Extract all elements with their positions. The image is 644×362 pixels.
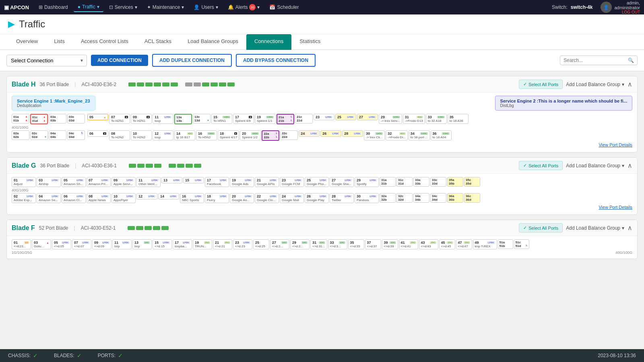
port-01[interactable]: 01a▲ 01b▲ [12,114,29,123]
port-20[interactable]: 20100G Spirent 1/2 [240,130,261,140]
f-port-21[interactable]: 2125G <>d:21 [213,239,232,249]
g-port-09[interactable]: 09LPBK Apple Servi... [111,177,136,187]
port-10[interactable]: 10 To H2N2 [131,130,152,140]
port-28[interactable]: 28LPBK [342,130,363,137]
g-port-32cd[interactable]: 32c 32d [396,193,413,203]
add-connection-button[interactable]: ADD CONNECTION [91,55,148,66]
port-22cd[interactable]: 22c 22d [280,130,298,140]
g-port-22[interactable]: 22LPBK Google Clo... [255,193,279,203]
g-port-14[interactable]: 14LPBK [158,193,179,200]
g-port-30[interactable]: 30LPBK Pandora [355,193,379,203]
g-port-19[interactable]: 19LPBK Google Ads [230,177,254,187]
port-03a[interactable]: 03a 03b [49,114,66,123]
g-port-26[interactable]: 26LPBK Google Play [305,193,329,203]
nav-alerts[interactable]: 🔔 Alerts 20 ▾ [224,2,264,12]
port-24[interactable]: 24LPBK [299,130,320,137]
port-31[interactable]: 3140G ->Frodo D13 [403,114,425,124]
nav-scheduler[interactable]: 📅 Scheduler [265,3,303,12]
blade-h-select-all[interactable]: ✓ Select All Ports [519,80,563,89]
g-port-36ab[interactable]: 36a 36b [447,193,463,203]
nav-maintenance[interactable]: ✦ Maintenance ▾ [143,3,188,12]
tab-connections[interactable]: Connections [246,34,291,50]
port-04cd[interactable]: 04cL 04d [67,130,85,140]
g-port-15[interactable]: 15LPBK [183,177,204,183]
g-port-23[interactable]: 23LPBK Google FCM [280,177,304,187]
port-25[interactable]: 25LPBK [335,114,356,120]
blade-h-collapse[interactable]: ∧ [627,80,632,88]
g-port-08[interactable]: 08LPBK Apple News [87,193,111,203]
g-port-05[interactable]: 05LPBK Amazon Sh... [62,177,86,187]
port-36[interactable]: 36100G to 16 A04 [431,130,452,140]
blade-g-select-all[interactable]: ✓ Select All Ports [519,161,563,170]
g-port-01[interactable]: 01LPBK Adjust [12,177,36,187]
f-port-13[interactable]: 1310G tmp [132,239,152,249]
tab-load-balance[interactable]: Load Balance Groups [180,34,246,49]
blade-h-view-port-link[interactable]: View Port Details [12,141,632,149]
f-port-19[interactable]: 1925G TRUN... [193,239,212,249]
blade-g-collapse[interactable]: ∧ [627,162,632,169]
port-34[interactable]: 34100G to 38 port ... [409,130,430,140]
f-port-01[interactable]: 011G <>E23... [12,239,31,249]
g-port-07[interactable]: 07LPBK Amazon Pri... [87,177,111,187]
add-bypass-button[interactable]: ADD BYPASS CONNECTION [236,54,316,67]
nav-dashboard[interactable]: ⊞ Dashboard [35,3,72,12]
f-port-07[interactable]: 07LPBK <>d:07 [72,239,91,249]
f-port-31[interactable]: 3110G <>d:31... [310,239,327,249]
search-input[interactable] [564,58,628,63]
f-port-43[interactable]: 4325G <>d:43 [419,239,438,249]
g-port-18[interactable]: 18LPBK Flurry [205,193,229,203]
g-port-04[interactable]: 04LPBK Amazon Se... [37,193,61,203]
port-16[interactable]: 16100G To H5N2 [196,130,217,140]
f-port-03[interactable]: 03▲ Gollu... [32,239,51,249]
port-15[interactable]: 15100G To H5N1 [211,114,232,124]
g-port-27[interactable]: 27LPBK Google Sha... [330,177,354,187]
tab-acl-stacks[interactable]: ACL Stacks [136,34,180,49]
port-33[interactable]: 33100G to 32 A18 [426,114,447,124]
port-14[interactable]: 1440G tp 16 B17 [174,130,195,140]
f-port-25[interactable]: 25 <>d:25 [253,239,269,249]
g-port-32ab[interactable]: 32a 32b [380,193,396,203]
tab-lists[interactable]: Lists [46,34,73,49]
port-23[interactable]: 23LPBK [314,114,334,120]
port-18[interactable]: 18● Spirent 4/17 [218,130,239,140]
nav-users[interactable]: 👤 Users ▾ [190,3,222,12]
nav-traffic[interactable]: ● Traffic ▾ [74,2,103,12]
port-08[interactable]: 08 To H2N2 [109,130,130,140]
g-port-16[interactable]: 16LPBK NBC Sports [180,193,204,203]
port-35[interactable]: 35 to 16 A36 [448,114,469,124]
port-22ab[interactable]: 22aL 22bL [262,130,279,141]
g-port-34ab[interactable]: 34a 34b [413,193,429,203]
g-port-10[interactable]: 10LPBK AppsFlyer [111,193,136,203]
blade-f-collapse[interactable]: ∧ [627,224,632,232]
blade-f-add-lb[interactable]: Add Load Balance Group ▾ [566,225,624,231]
f-port-51ab[interactable]: 51a 51b [498,239,513,249]
g-port-13[interactable]: 13LPBK [161,177,182,183]
blade-h-add-lb[interactable]: Add Load Balance Group ▾ [566,82,624,87]
port-11[interactable]: 11LPBK loop [153,114,173,124]
f-port-27[interactable]: 2710G <>d:2... [270,239,289,249]
port-27[interactable]: 27LPBK [357,114,378,120]
f-port-11[interactable]: 11LPBK tmp [112,239,132,249]
f-port-49[interactable]: 49LPBK tmp T-REX [473,239,497,249]
tab-statistics[interactable]: Statistics [291,34,328,49]
tab-overview[interactable]: Overview [8,34,46,49]
f-port-51cd[interactable]: 51c 51dL [514,239,529,249]
port-06[interactable]: 06● [87,130,108,137]
nav-services[interactable]: ⊡ Services ▾ [105,3,141,12]
g-port-33cd[interactable]: 33c 33d [430,177,446,187]
port-29[interactable]: 29100G -> trex Serv... [379,114,402,124]
f-port-37[interactable]: 37 <>d:37 [365,239,381,249]
g-port-35cd[interactable]: 35c 35d [464,177,480,187]
g-port-31ab[interactable]: 31a 31b [380,177,396,187]
blade-g-add-lb[interactable]: Add Load Balance Group ▾ [566,163,624,169]
g-port-31cd[interactable]: 31c 31d [396,177,413,187]
g-port-11[interactable]: 11LPBK Other Ident... [136,177,161,187]
f-port-45[interactable]: 4525G <>d:45 [439,239,455,249]
port-03c[interactable]: 03c 03d [67,114,85,123]
add-duplex-button[interactable]: ADD DUPLEX CONNECTION [152,54,232,67]
g-port-36cd[interactable]: 36c 36d [464,193,480,203]
g-port-21[interactable]: 21LPBK Google APIs [255,177,279,187]
f-port-33[interactable]: 3310G <>d:3... [328,239,347,249]
g-port-34cd[interactable]: 34c 34d [430,193,446,203]
f-port-41[interactable]: 4125G <>d:41 [399,239,418,249]
